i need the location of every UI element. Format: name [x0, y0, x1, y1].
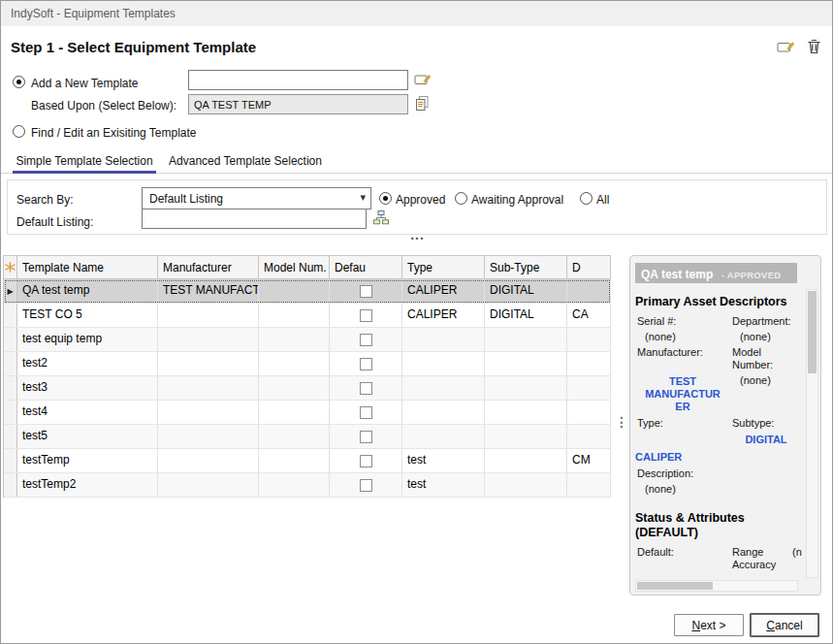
- scrollbar-thumb[interactable]: [808, 291, 817, 373]
- scrollbar-thumb[interactable]: [637, 582, 713, 590]
- model-number-label: Model Number:: [730, 346, 802, 371]
- active-tab-underline: [13, 171, 156, 174]
- next-button[interactable]: Next >: [674, 614, 744, 636]
- cell-model: [259, 279, 330, 303]
- preview-horizontal-scrollbar[interactable]: [635, 580, 798, 592]
- cell-subtype: [485, 352, 567, 375]
- grid-row[interactable]: test4: [4, 401, 611, 425]
- column-header-d[interactable]: D: [567, 256, 611, 278]
- default-checkbox[interactable]: [360, 309, 372, 322]
- grid-row[interactable]: testTemp2test: [4, 473, 611, 498]
- approved-radio[interactable]: [379, 192, 392, 205]
- cell-type: [402, 401, 485, 424]
- column-header-manufacturer[interactable]: Manufacturer: [158, 256, 259, 278]
- column-header-model-num-[interactable]: Model Num.: [259, 256, 330, 278]
- find-edit-radio[interactable]: [13, 125, 25, 138]
- add-new-template-label: Add a New Template: [31, 77, 139, 90]
- tab-advanced-template-selection[interactable]: Advanced Template Selection: [164, 148, 327, 173]
- row-indicator: [4, 401, 17, 424]
- star-indicator-icon: [5, 262, 16, 273]
- department-value: (none): [730, 331, 802, 343]
- horizontal-splitter[interactable]: ...: [1, 230, 833, 242]
- status-attributes-heading: Status & Attributes (DEFAULT): [635, 511, 802, 540]
- cell-manufacturer: [158, 401, 259, 424]
- cell-name: test2: [17, 352, 158, 375]
- cell-name: test4: [17, 401, 158, 424]
- delete-template-icon[interactable]: [807, 38, 821, 54]
- cell-manufacturer: [158, 449, 259, 472]
- listing-picker-icon[interactable]: [373, 210, 389, 225]
- grid-corner-cell[interactable]: [4, 256, 17, 278]
- default-checkbox[interactable]: [360, 406, 372, 419]
- cell-default: [330, 279, 402, 303]
- cancel-button[interactable]: Cancel: [750, 613, 819, 637]
- default-checkbox[interactable]: [360, 455, 372, 467]
- find-edit-label: Find / Edit an Exisiting Template: [31, 126, 197, 140]
- default-checkbox[interactable]: [360, 358, 372, 370]
- column-header-sub-type[interactable]: Sub-Type: [485, 256, 567, 278]
- awaiting-approval-radio[interactable]: [455, 192, 467, 205]
- column-header-defau[interactable]: Defau: [330, 256, 402, 278]
- new-template-name-input[interactable]: [188, 70, 408, 90]
- preview-panel: QA test temp - APPROVED Primary Asset De…: [629, 255, 821, 596]
- cell-name: test equip temp: [17, 328, 158, 351]
- cell-subtype: DIGITAL: [485, 304, 567, 327]
- grid-row[interactable]: ▶QA test tempTEST MANUFACTURERCALIPERDIG…: [4, 279, 611, 304]
- cell-d: [567, 401, 611, 424]
- cell-subtype: [485, 376, 567, 400]
- button-label: C: [766, 619, 775, 632]
- default-listing-input[interactable]: [142, 209, 367, 229]
- cell-d: [567, 279, 611, 303]
- add-template-icon[interactable]: [414, 72, 432, 87]
- cell-subtype: [485, 473, 567, 497]
- based-upon-label: Based Upon (Select Below):: [31, 99, 176, 113]
- default-checkbox[interactable]: [360, 479, 372, 492]
- cell-manufacturer: [158, 304, 259, 327]
- cell-subtype: [485, 328, 567, 351]
- column-header-template-name[interactable]: Template Name: [17, 256, 158, 278]
- add-new-template-radio[interactable]: [13, 76, 25, 88]
- cell-default: [330, 473, 402, 497]
- model-number-value: (none): [730, 374, 802, 414]
- row-indicator: [4, 328, 17, 351]
- new-template-icon[interactable]: [777, 39, 795, 55]
- grid-row[interactable]: testTemptestCM: [4, 449, 611, 473]
- grid-row[interactable]: test equip temp: [4, 328, 611, 352]
- default-label: Default:: [635, 546, 730, 571]
- serial-value: (none): [635, 331, 730, 343]
- column-header-type[interactable]: Type: [402, 256, 485, 278]
- cell-default: [330, 328, 402, 351]
- cell-d: [567, 376, 611, 400]
- row-indicator: [4, 304, 17, 327]
- search-by-value: Default Listing: [149, 192, 223, 206]
- type-label: Type:: [635, 417, 730, 430]
- page-title: Step 1 - Select Equipment Template: [11, 39, 256, 55]
- default-checkbox[interactable]: [360, 382, 372, 395]
- grid-row[interactable]: test2: [4, 352, 611, 376]
- all-radio[interactable]: [580, 192, 593, 205]
- cell-name: TEST CO 5: [17, 304, 158, 327]
- default-checkbox[interactable]: [360, 334, 372, 346]
- preview-vertical-scrollbar[interactable]: [806, 289, 818, 578]
- search-by-dropdown[interactable]: Default Listing ▾: [142, 187, 371, 209]
- default-checkbox[interactable]: [360, 431, 372, 443]
- cell-default: [330, 425, 402, 448]
- cell-subtype: [485, 425, 567, 448]
- cell-d: [567, 352, 611, 375]
- manufacturer-value: TEST MANUFACTURER: [643, 375, 722, 413]
- cell-type: CALIPER: [402, 304, 485, 327]
- titlebar[interactable]: IndySoft - Equipment Templates: [1, 1, 832, 26]
- grid-row[interactable]: test3: [4, 376, 611, 401]
- cell-type: [402, 376, 485, 400]
- grid-row[interactable]: test5: [4, 425, 611, 449]
- cell-name: test5: [17, 425, 158, 448]
- grid-row[interactable]: TEST CO 5CALIPERDIGITALCA: [4, 304, 611, 328]
- cell-d: [567, 473, 611, 497]
- all-label: All: [596, 193, 609, 207]
- tab-simple-template-selection[interactable]: Simple Template Selection: [13, 148, 156, 173]
- cell-name: test3: [17, 376, 158, 400]
- vertical-splitter[interactable]: ⋮: [615, 414, 628, 430]
- default-checkbox[interactable]: [360, 285, 372, 298]
- row-indicator: [4, 352, 17, 375]
- paste-icon[interactable]: [415, 95, 430, 112]
